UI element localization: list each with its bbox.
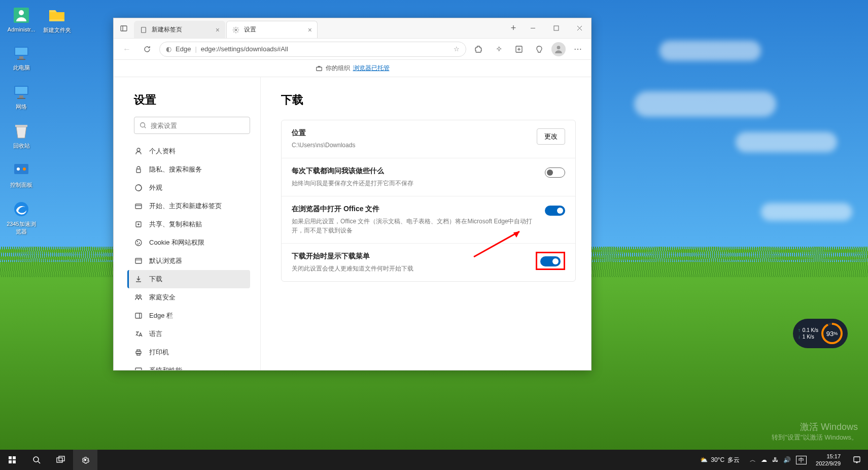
- settings-main: 下载 位置 C:\Users\ns\Downloads 更改 每次下载都询问我该…: [261, 77, 591, 370]
- trash-icon: [11, 121, 31, 141]
- tray-network-icon[interactable]: 🖧: [772, 456, 778, 463]
- svg-rect-64: [59, 456, 64, 461]
- favorites-button[interactable]: ✧: [491, 41, 507, 57]
- taskbar-settings-button[interactable]: [73, 450, 97, 470]
- nav-browser[interactable]: 默认浏览器: [129, 252, 250, 270]
- change-location-button[interactable]: 更改: [537, 128, 565, 145]
- close-tab-icon[interactable]: ×: [308, 26, 312, 34]
- system-monitor-widget[interactable]: ↑0.1 K/s ↓1 K/s 93%: [793, 319, 848, 348]
- desktop-icon-administrator[interactable]: Administr...: [6, 5, 37, 32]
- managed-link[interactable]: 浏览器已托管: [353, 64, 390, 73]
- nav-cookie[interactable]: Cookie 和网站权限: [129, 233, 250, 252]
- panel-icon: [11, 160, 31, 180]
- desktop-icon-recycle-bin[interactable]: 回收站: [6, 121, 37, 150]
- svg-point-36: [135, 240, 142, 246]
- nav-share[interactable]: 共享、复制和粘贴: [129, 215, 250, 233]
- tray-chevron-icon[interactable]: ︿: [750, 456, 756, 464]
- notifications-button[interactable]: [846, 450, 868, 470]
- svg-rect-5: [17, 59, 25, 60]
- tray-volume-icon[interactable]: 🔊: [783, 456, 791, 463]
- search-button[interactable]: [24, 450, 49, 470]
- svg-rect-3: [15, 48, 27, 55]
- svg-rect-47: [137, 350, 140, 351]
- tray-onedrive-icon[interactable]: ☁: [761, 456, 767, 463]
- toggle-1[interactable]: [545, 206, 565, 216]
- task-view-button[interactable]: [49, 450, 73, 470]
- search-icon: [140, 122, 147, 129]
- svg-rect-9: [17, 98, 25, 99]
- taskbar-clock[interactable]: 15:17 2022/9/29: [811, 453, 846, 467]
- tab-icon: [134, 202, 143, 210]
- tab-设置[interactable]: 设置×: [226, 21, 318, 38]
- nav-download[interactable]: 下载: [127, 270, 250, 288]
- svg-rect-33: [135, 204, 142, 209]
- toggle-2[interactable]: [540, 256, 561, 266]
- taskbar-weather[interactable]: ⛅ 30°C 多云: [694, 456, 746, 464]
- tab-新建标签页[interactable]: 新建标签页×: [134, 21, 225, 38]
- nav-printer[interactable]: 打印机: [129, 343, 250, 361]
- new-tab-button[interactable]: +: [506, 21, 521, 36]
- settings-search[interactable]: [134, 117, 250, 134]
- maximize-button[interactable]: [544, 20, 568, 37]
- setting-row-1: 在浏览器中打开 Office 文件如果启用此设置，Office 文件（演示文稿、…: [282, 196, 575, 244]
- toggle-0[interactable]: [545, 167, 565, 178]
- svg-rect-4: [19, 56, 23, 59]
- svg-rect-27: [316, 67, 322, 71]
- address-bar[interactable]: ◐ Edge | edge://settings/downloads#All ☆: [159, 42, 466, 57]
- user-icon: [11, 5, 31, 25]
- paint-icon: [134, 184, 143, 192]
- nav-sidebar[interactable]: Edge 栏: [129, 307, 250, 325]
- nav-paint[interactable]: 外观: [129, 179, 250, 197]
- nav-lock[interactable]: 隐私、搜索和服务: [129, 160, 250, 179]
- desktop-icon-network[interactable]: 网络: [6, 82, 37, 111]
- person-icon: [134, 147, 143, 155]
- svg-point-42: [136, 295, 138, 297]
- desktop-icon-new-folder[interactable]: 新建文件夹: [42, 5, 72, 34]
- start-button[interactable]: [0, 450, 24, 470]
- close-tab-icon[interactable]: ×: [216, 26, 220, 34]
- family-icon: [134, 293, 143, 301]
- svg-point-1: [19, 10, 24, 15]
- browser-essentials-button[interactable]: [531, 41, 547, 57]
- desktop-icon-this-pc[interactable]: 此电脑: [6, 43, 37, 72]
- back-button[interactable]: ←: [119, 41, 135, 57]
- briefcase-icon: [316, 65, 323, 72]
- titlebar: 新建标签页×设置× +: [114, 18, 591, 39]
- svg-rect-31: [136, 169, 141, 173]
- desktop-icon-control-panel[interactable]: 控制面板: [6, 160, 37, 189]
- search-input[interactable]: [151, 122, 245, 129]
- nav-lang[interactable]: 语言: [129, 325, 250, 343]
- nav-family[interactable]: 家庭安全: [129, 288, 250, 307]
- nav-tab[interactable]: 开始、主页和新建标签页: [129, 197, 250, 215]
- extensions-button[interactable]: [470, 41, 487, 57]
- svg-rect-60: [13, 460, 16, 463]
- favorite-icon[interactable]: ☆: [454, 45, 460, 53]
- desktop-icon-browser-2345[interactable]: 2345加速浏览器: [6, 199, 37, 236]
- minimize-button[interactable]: [521, 20, 544, 37]
- svg-rect-20: [554, 26, 559, 30]
- svg-point-37: [137, 242, 138, 242]
- close-button[interactable]: [568, 20, 591, 37]
- ime-indicator[interactable]: 中: [796, 456, 807, 464]
- svg-point-38: [140, 243, 140, 244]
- profile-button[interactable]: [551, 42, 566, 56]
- menu-button[interactable]: ⋯: [570, 41, 586, 57]
- taskbar: ⛅ 30°C 多云 ︿ ☁ 🖧 🔊 中 15:17 2022/9/29: [0, 450, 868, 470]
- svg-rect-17: [142, 27, 146, 32]
- nav-system[interactable]: 系统和性能: [129, 361, 250, 370]
- lang-icon: [134, 330, 143, 338]
- browser-icon: [134, 257, 143, 265]
- settings-title: 设置: [134, 92, 250, 108]
- refresh-button[interactable]: [139, 41, 155, 57]
- svg-point-39: [138, 244, 138, 245]
- svg-rect-10: [15, 125, 27, 127]
- managed-infobar: 你的组织浏览器已托管: [114, 60, 591, 77]
- tab-actions-button[interactable]: [114, 24, 134, 32]
- svg-point-43: [139, 295, 141, 297]
- annotation-highlight: [536, 252, 565, 270]
- collections-button[interactable]: [511, 41, 527, 57]
- svg-rect-58: [13, 456, 16, 459]
- page-title: 下载: [281, 92, 576, 108]
- nav-person[interactable]: 个人资料: [129, 142, 250, 160]
- page-icon: [140, 26, 148, 34]
